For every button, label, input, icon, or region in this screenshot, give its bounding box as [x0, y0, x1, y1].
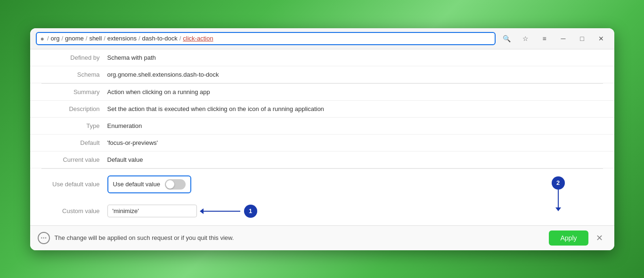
path-org: org [51, 35, 60, 42]
arrow-annotation-2: 2 [552, 176, 565, 208]
toggle-label: Use default value [41, 181, 107, 188]
info-icon[interactable]: ⋯ [38, 232, 50, 244]
field-value-schema: org.gnome.shell.extensions.dash-to-dock [107, 71, 219, 78]
field-label-schema: Schema [41, 71, 107, 78]
custom-value-label: Custom value [41, 207, 107, 214]
path-clickaction: click-action [183, 35, 213, 42]
custom-value-row: Custom value 1 2 [30, 200, 614, 225]
arrow-annotation-1: 1 [203, 205, 257, 218]
field-value-type: Enumeration [107, 122, 142, 129]
path-extensions: extensions [107, 35, 137, 42]
field-value-defined-by: Schema with path [107, 54, 156, 61]
field-label-summary: Summary [41, 88, 107, 95]
apply-button[interactable]: Apply [549, 230, 588, 246]
field-row-current-value: Current value Default value [30, 151, 614, 168]
close-footer-button[interactable]: ✕ [592, 231, 607, 245]
footer-bar: ⋯ The change will be applied on such req… [30, 225, 614, 250]
path-sep-1: / [61, 35, 63, 42]
field-value-description: Set the action that is executed when cli… [107, 105, 324, 112]
field-value-summary: Action when clicking on a running app [107, 88, 210, 95]
path-dashtodock: dash-to-dock [142, 35, 178, 42]
badge-2: 2 [552, 176, 565, 190]
path-shell: shell [89, 35, 102, 42]
path-sep-5: / [179, 35, 181, 42]
badge-1: 1 [244, 205, 257, 218]
field-label-defined-by: Defined by [41, 54, 107, 61]
field-label-current-value: Current value [41, 156, 107, 163]
custom-value-input[interactable] [107, 205, 197, 217]
field-row-summary: Summary Action when clicking on a runnin… [30, 84, 614, 101]
field-row-description: Description Set the action that is execu… [30, 101, 614, 118]
footer-right: Apply ✕ [549, 230, 606, 246]
path-gnome: gnome [65, 35, 84, 42]
field-label-description: Description [41, 105, 107, 112]
path-sep-3: / [104, 35, 106, 42]
toggle-row: Use default value Use default value [30, 169, 614, 200]
minimize-button[interactable]: ─ [556, 32, 571, 45]
maximize-button[interactable]: □ [575, 32, 590, 45]
footer-message: The change will be applied on such reque… [55, 234, 234, 241]
search-icon: ● [41, 35, 44, 42]
field-label-type: Type [41, 122, 107, 129]
field-value-default: 'focus-or-previews' [107, 139, 158, 146]
address-bar[interactable]: ● / org / gnome / shell / extensions / d… [36, 32, 496, 45]
field-value-current-value: Default value [107, 156, 143, 163]
field-row-schema: Schema org.gnome.shell.extensions.dash-t… [30, 66, 614, 83]
path-sep-0: / [47, 35, 49, 42]
arrow-line-1 [203, 211, 240, 212]
bookmark-button[interactable]: ☆ [518, 32, 533, 45]
path-sep-2: / [86, 35, 88, 42]
close-button[interactable]: ✕ [594, 32, 609, 45]
footer-left: ⋯ The change will be applied on such req… [38, 232, 234, 244]
search-button[interactable]: 🔍 [499, 32, 514, 45]
field-label-default: Default [41, 139, 107, 146]
toggle-container[interactable]: Use default value [107, 175, 191, 193]
content-area: Defined by Schema with path Schema org.g… [30, 49, 614, 225]
titlebar: ● / org / gnome / shell / extensions / d… [30, 28, 614, 49]
down-arrow-line [558, 190, 559, 208]
path-sep-4: / [139, 35, 140, 42]
menu-button[interactable]: ≡ [537, 32, 552, 45]
use-default-toggle[interactable] [165, 179, 186, 190]
field-row-defined-by: Defined by Schema with path [30, 49, 614, 66]
main-window: ● / org / gnome / shell / extensions / d… [30, 28, 614, 250]
breadcrumb: / org / gnome / shell / extensions / das… [46, 35, 491, 42]
toggle-text: Use default value [113, 181, 160, 188]
field-row-default: Default 'focus-or-previews' [30, 135, 614, 151]
field-row-type: Type Enumeration [30, 118, 614, 135]
